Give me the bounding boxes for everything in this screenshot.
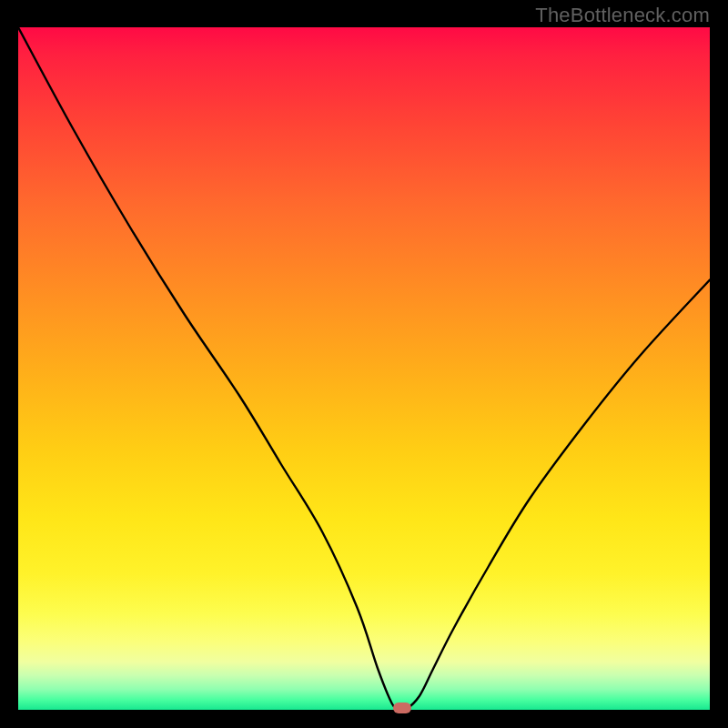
bottleneck-curve [18,27,710,710]
curve-svg [18,27,710,710]
plot-area [18,27,710,710]
minimum-marker [393,703,411,713]
watermark-text: TheBottleneck.com [535,4,710,27]
chart-frame: TheBottleneck.com [0,0,728,728]
